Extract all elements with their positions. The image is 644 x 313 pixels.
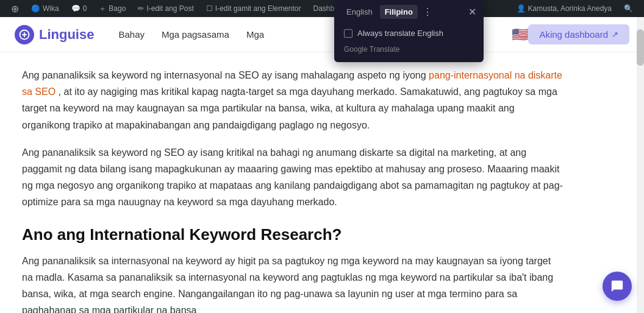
dashboard-btn-label: Aking dashboard — [539, 29, 608, 40]
wordpress-icon: ⊕ — [11, 3, 19, 15]
search-icon: 🔍 — [624, 4, 633, 13]
paragraph-1: Ang pananaliksik sa keyword ng internasy… — [22, 67, 564, 133]
admin-bar-right: 👤 Kamusta, Aorinka Anedya 🔍 — [510, 0, 639, 17]
new-item[interactable]: ＋ Bago — [93, 0, 132, 17]
elementor-label: I-edit gamit ang Elementor — [215, 4, 301, 13]
main-content: Ang pananaliksik sa keyword ng internasy… — [0, 52, 585, 313]
comment-icon: 💬 — [71, 4, 80, 13]
elementor-icon: ☐ — [206, 4, 213, 13]
nav-mga[interactable]: Mga — [246, 29, 264, 40]
always-translate-checkbox[interactable] — [344, 29, 352, 38]
wika-icon: 🔵 — [31, 4, 40, 13]
external-link-icon: ↗ — [612, 30, 618, 39]
always-translate-row: Always translate English — [344, 29, 474, 38]
filipino-tab[interactable]: Filipino — [380, 5, 418, 19]
wika-label: Wika — [43, 4, 59, 13]
site-logo[interactable]: Linguise — [15, 25, 94, 44]
wika-item[interactable]: 🔵 Wika — [25, 0, 65, 17]
always-translate-label: Always translate English — [357, 29, 443, 38]
english-tab[interactable]: English — [342, 5, 377, 19]
nav-pagsasama[interactable]: Mga pagsasama — [162, 29, 229, 40]
more-options-icon[interactable]: ⋮ — [423, 6, 432, 18]
paragraph-2: Ang pananaliksik sa keyword ng SEO ay is… — [22, 144, 564, 211]
comments-item[interactable]: 💬 0 — [65, 0, 93, 17]
admin-bar: ⊕ 🔵 Wika 💬 0 ＋ Bago ✏ I-edit ang Post ☐ … — [0, 0, 644, 17]
user-icon: 👤 — [517, 4, 526, 13]
google-translate-credit: Google Translate — [344, 45, 474, 54]
site-header: Linguise Bahay Mga pagsasama Mga 🇺🇸 Akin… — [0, 17, 644, 52]
edit-post-item[interactable]: ✏ I-edit ang Post — [132, 0, 199, 17]
new-label: Bago — [109, 4, 126, 13]
section-paragraph: Ang pananaliksik sa internasyonal na key… — [22, 253, 564, 314]
greeting-item[interactable]: 👤 Kamusta, Aorinka Anedya — [510, 0, 618, 17]
seo-link[interactable]: pang-internasyonal na diskarte sa SEO — [22, 70, 562, 97]
scrollbar[interactable] — [637, 17, 644, 313]
translate-popup-header: English Filipino ⋮ ✕ — [334, 0, 484, 24]
translate-popup: English Filipino ⋮ ✕ Always translate En… — [334, 0, 484, 62]
logo-text: Linguise — [39, 27, 94, 43]
comments-count: 0 — [83, 4, 87, 13]
search-item[interactable]: 🔍 — [618, 0, 639, 17]
flag-icon[interactable]: 🇺🇸 — [512, 27, 528, 43]
edit-post-label: I-edit ang Post — [146, 4, 193, 13]
close-icon[interactable]: ✕ — [468, 7, 476, 17]
wp-logo-item[interactable]: ⊕ — [5, 0, 25, 17]
scrollbar-thumb[interactable] — [637, 29, 644, 66]
logo-icon — [15, 25, 34, 44]
dashboard-button[interactable]: Aking dashboard ↗ — [528, 24, 629, 44]
section-heading: Ano ang International Keyword Research? — [22, 225, 564, 244]
edit-icon: ✏ — [138, 4, 144, 13]
nav-bahay[interactable]: Bahay — [118, 29, 145, 40]
chat-bubble[interactable] — [603, 272, 632, 301]
plus-icon: ＋ — [99, 4, 106, 14]
elementor-item[interactable]: ☐ I-edit gamit ang Elementor — [200, 0, 307, 17]
translate-popup-body: Always translate English Google Translat… — [334, 24, 484, 62]
greeting-label: Kamusta, Aorinka Anedya — [528, 4, 612, 13]
